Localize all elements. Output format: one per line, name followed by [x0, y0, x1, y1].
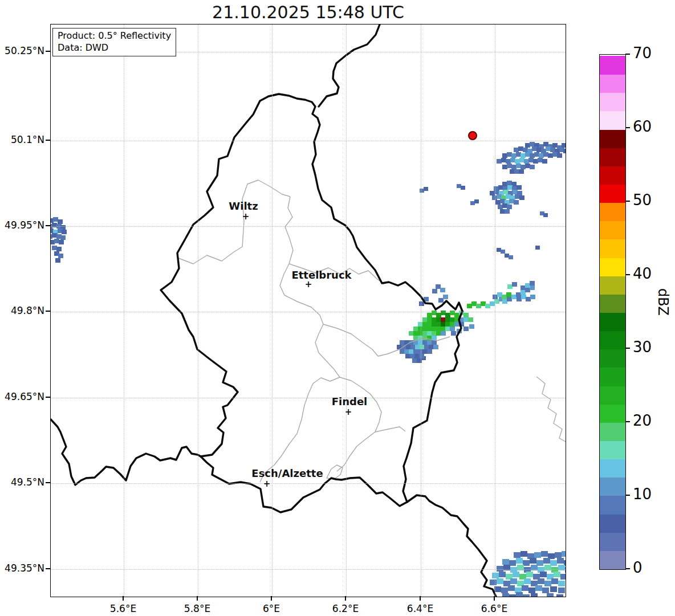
lat-tick-label: 49.35°N — [0, 562, 44, 574]
city-marker: + — [242, 211, 250, 222]
colorbar-segment — [600, 221, 625, 240]
lon-gridline — [272, 25, 273, 597]
colorbar-segment — [600, 349, 625, 368]
colorbar-tick-mark — [625, 274, 630, 275]
lon-gridline — [124, 25, 124, 597]
lat-tick-mark — [46, 568, 50, 569]
colorbar-tick-mark — [625, 495, 630, 496]
lon-tick-label: 5.8°E — [172, 603, 223, 614]
colorbar-segment — [600, 496, 625, 515]
colorbar-segment — [600, 74, 625, 93]
colorbar-segment — [600, 111, 625, 130]
colorbar-segment — [600, 56, 625, 75]
colorbar-tick-label: 0 — [633, 559, 643, 576]
colorbar-segment — [600, 532, 625, 551]
lon-tick-label: 5.6°E — [97, 603, 149, 614]
product-line: Product: 0.5° Reflectivity — [58, 30, 171, 42]
colorbar-segment — [600, 166, 625, 185]
lon-tick-mark — [345, 596, 346, 601]
luxembourg-border — [161, 94, 462, 512]
colorbar-tick-mark — [625, 348, 630, 349]
city-marker: + — [305, 279, 312, 289]
colorbar-axis-label: dBZ — [655, 282, 671, 322]
colorbar-segment — [600, 93, 625, 112]
colorbar-segment — [600, 440, 625, 459]
lon-tick-mark — [420, 596, 421, 601]
map-borders — [51, 25, 566, 597]
colorbar-tick-label: 50 — [633, 191, 652, 209]
colorbar-tick-label: 10 — [633, 486, 652, 503]
colorbar-segment — [600, 550, 625, 569]
colorbar-segment — [600, 276, 625, 295]
city-marker: + — [263, 479, 271, 489]
colorbar-segment — [600, 422, 625, 441]
map-plot-area: Wiltz+Ettelbruck+Findel+Esch/Alzette+ — [50, 24, 566, 597]
lon-gridline — [346, 25, 347, 597]
product-info-box: Product: 0.5° Reflectivity Data: DWD — [52, 28, 176, 56]
colorbar-segment — [600, 404, 625, 423]
lat-tick-mark — [46, 482, 50, 483]
lat-gridline — [51, 483, 566, 484]
city-label: Wiltz — [229, 200, 258, 212]
radar-figure: 21.10.2025 15:48 UTC Wilt — [0, 0, 675, 616]
lon-gridline — [421, 25, 421, 597]
lon-tick-label: 6°E — [246, 603, 297, 614]
lon-tick-mark — [123, 596, 124, 601]
colorbar-segment — [600, 202, 625, 221]
lat-tick-mark — [46, 140, 50, 141]
colorbar-tick-mark — [625, 421, 630, 422]
lon-gridline — [495, 25, 495, 597]
lat-tick-mark — [46, 225, 50, 226]
colorbar-tick-label: 70 — [633, 44, 652, 62]
lat-tick-mark — [46, 397, 50, 398]
lon-tick-mark — [271, 596, 272, 601]
data-source-line: Data: DWD — [58, 42, 171, 54]
lat-tick-label: 50.25°N — [0, 45, 44, 56]
lat-tick-label: 49.5°N — [0, 476, 44, 488]
colorbar-segment — [600, 239, 625, 258]
colorbar-tick-mark — [625, 568, 630, 569]
colorbar-segment — [600, 129, 625, 148]
colorbar-tick-label: 30 — [633, 338, 652, 356]
lat-gridline — [51, 226, 566, 227]
city-label: Findel — [332, 395, 368, 407]
lat-tick-label: 50.1°N — [0, 134, 44, 145]
colorbar-tick-mark — [625, 201, 630, 202]
lat-gridline — [51, 398, 566, 398]
colorbar-segment — [600, 386, 625, 405]
colorbar-segment — [600, 258, 625, 276]
colorbar-segment — [600, 478, 625, 496]
lon-gridline — [198, 25, 198, 597]
lat-tick-label: 49.65°N — [0, 391, 44, 402]
colorbar-segment — [600, 312, 625, 331]
lon-tick-label: 6.2°E — [320, 603, 371, 614]
france-belgium-border — [51, 419, 201, 485]
colorbar-segment — [600, 368, 625, 386]
colorbar-tick-mark — [625, 127, 630, 128]
lon-tick-label: 6.4°E — [395, 603, 446, 614]
lat-tick-label: 49.8°N — [0, 305, 44, 316]
colorbar-tick-label: 20 — [633, 412, 652, 429]
colorbar — [599, 54, 626, 570]
lat-tick-label: 49.95°N — [0, 219, 44, 231]
figure-title: 21.10.2025 15:48 UTC — [50, 2, 566, 22]
district-borders — [178, 180, 566, 482]
lat-tick-mark — [46, 311, 50, 312]
city-label: Ettelbruck — [291, 269, 351, 281]
colorbar-segment — [600, 459, 625, 478]
radar-site-marker — [468, 131, 477, 140]
lon-tick-label: 6.6°E — [469, 603, 520, 614]
colorbar-segment — [600, 294, 625, 313]
lon-tick-mark — [197, 596, 198, 601]
city-label: Esch/Alzette — [251, 467, 323, 479]
belgium-germany-border — [319, 25, 380, 107]
colorbar-tick-label: 40 — [633, 265, 652, 282]
colorbar-tick-label: 60 — [633, 118, 652, 135]
lat-gridline — [51, 569, 566, 570]
colorbar-tick-mark — [625, 54, 630, 55]
lon-tick-mark — [494, 596, 495, 601]
lat-tick-mark — [46, 51, 50, 52]
city-marker: + — [345, 407, 352, 417]
colorbar-segment — [600, 514, 625, 533]
lat-gridline — [51, 312, 566, 312]
